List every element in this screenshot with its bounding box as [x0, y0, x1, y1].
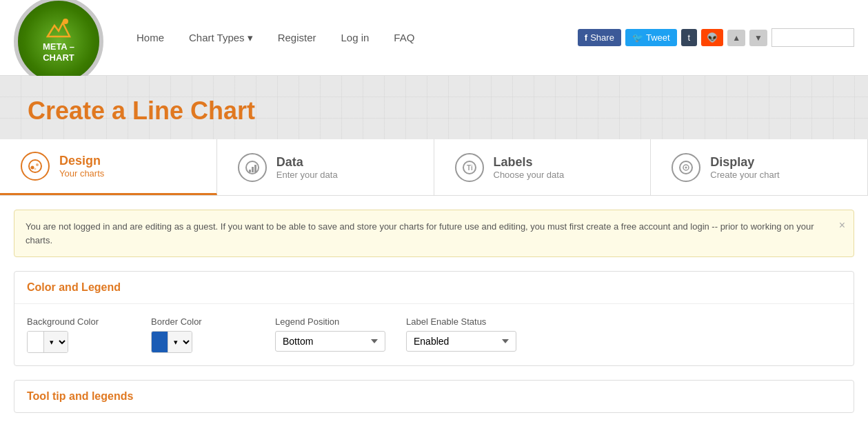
display-icon — [672, 153, 700, 182]
label-enable-status-label: Label Enable Status — [406, 316, 516, 327]
nav-down-button[interactable]: ▼ — [749, 30, 767, 46]
svg-point-5 — [34, 168, 37, 170]
svg-text:Ti: Ti — [467, 164, 473, 172]
step-design[interactable]: Design Your charts — [0, 139, 217, 195]
color-legend-section: Color and Legend Background Color ▾ — [14, 271, 854, 366]
nav-chart-types[interactable]: Chart Types ▾ — [176, 25, 265, 51]
share-reddit-button[interactable]: 👽 — [701, 29, 723, 46]
hero-section: Create a Line Chart — [0, 76, 868, 139]
steps-bar: Design Your charts Data Enter your data … — [0, 139, 868, 196]
facebook-icon: f — [585, 32, 587, 43]
reddit-icon: 👽 — [707, 32, 718, 43]
nav-faq[interactable]: FAQ — [381, 25, 427, 50]
dropdown-arrow-icon: ▾ — [248, 32, 253, 44]
svg-rect-7 — [249, 170, 251, 172]
labels-icon: Ti — [455, 153, 484, 182]
twitter-icon: 🐦 — [632, 32, 643, 43]
nav-links: Home Chart Types ▾ Register Log in FAQ — [124, 25, 578, 51]
color-legend-body: Background Color ▾ Border Color — [14, 304, 854, 365]
search-input[interactable] — [771, 28, 854, 47]
svg-point-2 — [29, 160, 41, 172]
border-color-swatch[interactable] — [152, 332, 168, 352]
nav-up-button[interactable]: ▲ — [727, 30, 745, 46]
design-icon — [21, 152, 50, 181]
step-display[interactable]: Display Create your chart — [651, 139, 868, 195]
label-enable-status-select[interactable]: Enabled Disabled — [406, 331, 516, 352]
legend-position-group: Legend Position Bottom Top Left Right No… — [275, 316, 385, 352]
color-legend-title: Color and Legend — [14, 272, 854, 304]
navbar: META –CHART Home Chart Types ▾ Register … — [0, 0, 868, 76]
step-design-text: Design Your charts — [59, 154, 104, 179]
step-labels-text: Labels Choose your data — [494, 155, 565, 180]
color-form-row: Background Color ▾ Border Color — [27, 316, 841, 353]
share-facebook-button[interactable]: f Share — [578, 29, 621, 46]
logo-icon — [46, 19, 71, 40]
svg-marker-0 — [48, 23, 70, 37]
svg-rect-8 — [252, 167, 254, 172]
background-color-label: Background Color — [27, 316, 130, 327]
svg-point-4 — [36, 163, 39, 166]
legend-position-select[interactable]: Bottom Top Left Right None — [275, 331, 385, 352]
logo[interactable]: META –CHART — [14, 0, 103, 86]
guest-alert: You are not logged in and are editing as… — [14, 210, 854, 257]
border-color-dropdown[interactable]: ▾ — [168, 332, 192, 352]
content-area: You are not logged in and are editing as… — [0, 196, 868, 424]
step-labels[interactable]: Ti Labels Choose your data — [434, 139, 652, 195]
label-enable-status-group: Label Enable Status Enabled Disabled — [406, 316, 516, 352]
page-title: Create a Line Chart — [28, 97, 840, 125]
step-data[interactable]: Data Enter your data — [217, 139, 434, 195]
nav-home[interactable]: Home — [124, 25, 176, 50]
nav-social: f Share 🐦 Tweet t 👽 ▲ ▼ — [578, 28, 854, 47]
step-display-text: Display Create your chart — [710, 155, 779, 180]
border-color-label: Border Color — [151, 316, 254, 327]
tooltip-title: Tool tip and legends — [14, 381, 854, 412]
border-color-picker[interactable]: ▾ — [151, 331, 192, 353]
alert-message: You are not logged in and are editing as… — [26, 221, 814, 245]
background-color-group: Background Color ▾ — [27, 316, 130, 353]
tooltip-section: Tool tip and legends — [14, 380, 854, 413]
step-data-text: Data Enter your data — [276, 155, 338, 180]
svg-point-14 — [685, 166, 687, 168]
border-color-group: Border Color ▾ — [151, 316, 254, 353]
main-content: You are not logged in and are editing as… — [0, 196, 868, 424]
legend-position-label: Legend Position — [275, 316, 385, 327]
logo-text: META –CHART — [43, 41, 74, 63]
share-tumblr-button[interactable]: t — [681, 29, 698, 46]
background-color-picker[interactable]: ▾ — [27, 331, 68, 353]
data-icon — [238, 153, 267, 182]
nav-register[interactable]: Register — [265, 25, 329, 50]
alert-close-button[interactable]: × — [839, 217, 845, 234]
background-color-swatch[interactable] — [28, 332, 43, 352]
svg-point-1 — [63, 19, 68, 24]
background-color-dropdown[interactable]: ▾ — [43, 332, 68, 352]
share-twitter-button[interactable]: 🐦 Tweet — [625, 29, 677, 46]
svg-rect-9 — [254, 165, 256, 172]
nav-login[interactable]: Log in — [328, 25, 381, 50]
svg-point-3 — [31, 166, 34, 170]
